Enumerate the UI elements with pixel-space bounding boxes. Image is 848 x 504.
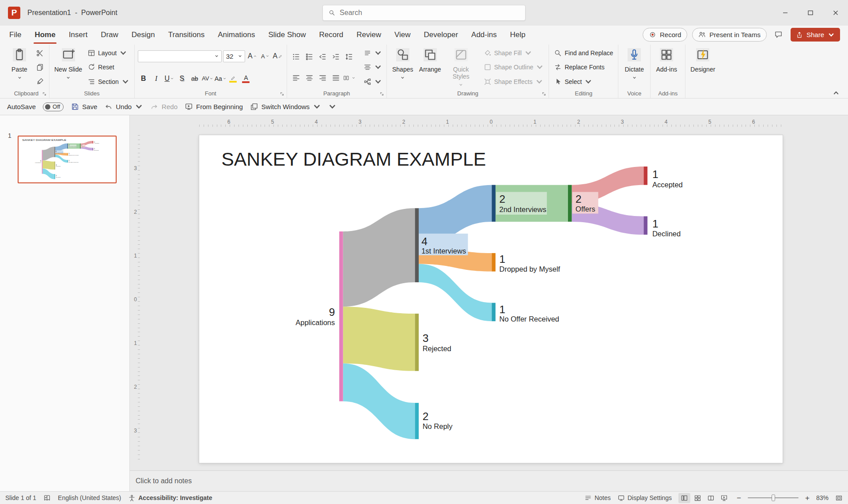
vertical-ruler[interactable]: 3210123 (132, 135, 140, 463)
autosave-toggle[interactable]: Off (43, 102, 64, 111)
ribbon-tab-file[interactable]: File (3, 26, 28, 44)
ribbon-tab-slide-show[interactable]: Slide Show (261, 26, 312, 44)
customize-qat-button[interactable] (328, 102, 337, 111)
replace-fonts-button[interactable]: Replace Fonts (552, 62, 615, 72)
convert-to-smartart-button[interactable] (362, 77, 383, 86)
redo-button[interactable]: Redo (150, 102, 178, 111)
zoom-in-button[interactable]: + (805, 494, 810, 502)
dictate-button[interactable]: Dictate (621, 46, 647, 89)
change-case-button[interactable]: Aa (215, 72, 226, 84)
increase-font-size-button[interactable]: A (246, 50, 258, 62)
switch-windows-button[interactable]: Switch Windows (250, 102, 321, 111)
dialog-launcher-icon[interactable] (541, 91, 546, 96)
accessibility-status[interactable]: Accessibility: Investigate (138, 494, 212, 501)
paste-button[interactable]: Paste (7, 46, 32, 89)
align-text-button[interactable] (362, 63, 383, 72)
zoom-slider-thumb[interactable] (772, 495, 775, 501)
font-size-select[interactable]: 32 (223, 50, 245, 62)
ribbon-tab-record[interactable]: Record (312, 26, 350, 44)
reading-view-button[interactable] (705, 493, 717, 503)
minimize-button[interactable] (772, 0, 798, 26)
horizontal-ruler[interactable]: 6543210123456 (199, 119, 783, 127)
comments-button[interactable] (772, 28, 786, 42)
text-shadow-button[interactable]: S (176, 72, 188, 84)
slideshow-view-button[interactable] (718, 493, 730, 503)
language-indicator[interactable]: English (United States) (58, 494, 121, 501)
ribbon-tab-transitions[interactable]: Transitions (162, 26, 212, 44)
new-slide-button[interactable]: New Slide (53, 46, 84, 89)
slide-thumbnail[interactable]: SANKEY DIAGRAM EXAMPLE9Applications41st … (18, 136, 117, 183)
shape-outline-button[interactable]: Shape Outline (482, 62, 546, 72)
slide-title[interactable]: SANKEY DIAGRAM EXAMPLE (22, 138, 66, 141)
highlight-color-button[interactable] (227, 72, 239, 84)
designer-button[interactable]: Designer (689, 46, 717, 89)
display-settings-button[interactable]: Display Settings (617, 494, 672, 502)
font-color-button[interactable]: A (240, 72, 252, 84)
ribbon-tab-insert[interactable]: Insert (62, 26, 95, 44)
columns-button[interactable] (343, 72, 355, 84)
zoom-slider[interactable] (748, 497, 799, 498)
character-spacing-button[interactable]: AV (202, 72, 213, 84)
numbering-button[interactable] (303, 51, 315, 62)
italic-button[interactable]: I (151, 72, 162, 84)
ribbon-tab-animations[interactable]: Animations (211, 26, 261, 44)
add-ins-button[interactable]: Add-ins (654, 46, 679, 89)
sankey-chart[interactable]: SANKEY DIAGRAM EXAMPLE9Applications41st … (199, 135, 783, 463)
ribbon-tab-home[interactable]: Home (28, 26, 62, 44)
undo-button[interactable]: Undo (104, 102, 143, 111)
font-name-select[interactable] (138, 50, 222, 62)
zoom-level[interactable]: 83% (816, 494, 829, 501)
ribbon-tab-view[interactable]: View (388, 26, 417, 44)
from-beginning-button[interactable]: From Beginning (185, 102, 243, 111)
shape-effects-button[interactable]: Shape Effects (482, 77, 546, 87)
ribbon-tab-draw[interactable]: Draw (94, 26, 125, 44)
accessibility-icon[interactable] (128, 494, 136, 502)
select-button[interactable]: Select (552, 77, 615, 87)
slide-indicator[interactable]: Slide 1 of 1 (5, 494, 36, 501)
ribbon-tab-add-ins[interactable]: Add-ins (465, 26, 504, 44)
collapse-ribbon-button[interactable] (833, 91, 839, 95)
find-and-replace-button[interactable]: Find and Replace (552, 48, 615, 58)
increase-indent-button[interactable] (330, 51, 342, 62)
zoom-out-button[interactable]: − (737, 494, 741, 502)
underline-button[interactable]: U (163, 72, 175, 84)
clear-formatting-button[interactable]: A (272, 50, 284, 62)
ribbon-tab-developer[interactable]: Developer (417, 26, 465, 44)
present-in-teams-button[interactable]: Present in Teams (692, 28, 767, 42)
quick-styles-button[interactable]: Quick Styles (445, 46, 477, 89)
close-button[interactable] (823, 0, 848, 26)
align-right-button[interactable] (317, 72, 329, 84)
reset-button[interactable]: Reset (86, 62, 131, 72)
strikethrough-button[interactable]: ab (189, 72, 201, 84)
shape-fill-button[interactable]: Shape Fill (482, 48, 546, 58)
ribbon-tab-review[interactable]: Review (350, 26, 388, 44)
slide-editor-canvas[interactable]: 6543210123456 3210123 SANKEY DIAGRAM EXA… (130, 115, 848, 470)
dialog-launcher-icon[interactable] (280, 91, 284, 96)
record-button[interactable]: Record (643, 28, 687, 42)
spellcheck-icon[interactable] (43, 494, 51, 502)
save-button[interactable]: Save (71, 102, 97, 111)
justify-button[interactable] (330, 72, 342, 84)
dialog-launcher-icon[interactable] (42, 91, 47, 96)
ribbon-tab-help[interactable]: Help (504, 26, 532, 44)
notes-toggle-button[interactable]: Notes (584, 494, 611, 502)
align-left-button[interactable] (290, 72, 302, 84)
line-spacing-button[interactable] (343, 51, 355, 62)
format-painter-button[interactable] (34, 76, 46, 87)
dialog-launcher-icon[interactable] (379, 91, 384, 96)
decrease-font-size-button[interactable]: A (259, 50, 271, 62)
share-button[interactable]: Share (791, 28, 840, 42)
layout-button[interactable]: Layout (86, 48, 131, 58)
cut-button[interactable] (34, 48, 46, 59)
shapes-button[interactable]: Shapes (390, 46, 416, 89)
decrease-indent-button[interactable] (317, 51, 329, 62)
align-center-button[interactable] (303, 72, 315, 84)
section-button[interactable]: Section (86, 77, 131, 87)
bullets-button[interactable] (290, 51, 302, 62)
notes-pane[interactable]: Click to add notes (130, 470, 848, 491)
slide-canvas[interactable]: SANKEY DIAGRAM EXAMPLE9Applications41st … (199, 135, 783, 463)
arrange-button[interactable]: Arrange (417, 46, 443, 89)
slide-title[interactable]: SANKEY DIAGRAM EXAMPLE (221, 148, 486, 170)
slide-sorter-view-button[interactable] (692, 493, 704, 503)
bold-button[interactable]: B (138, 72, 149, 84)
